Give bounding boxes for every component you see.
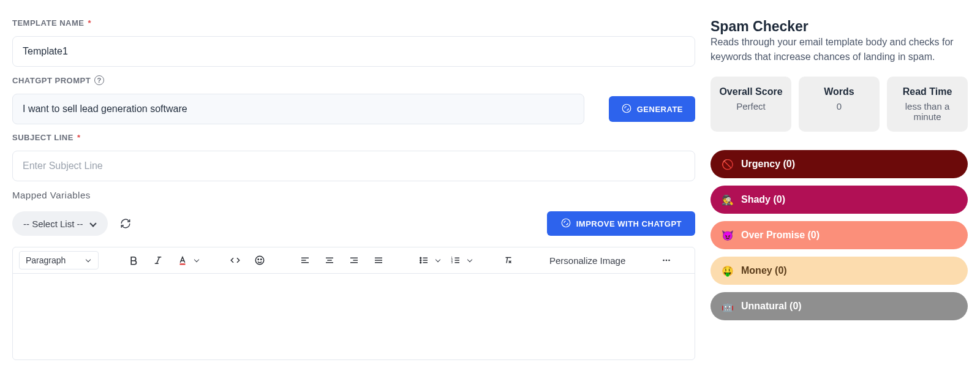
svg-point-0: [622, 104, 631, 113]
align-justify-button[interactable]: [368, 251, 389, 269]
emoji-button[interactable]: [249, 251, 270, 269]
spam-categories: 🚫Urgency (0)🕵️Shady (0)😈Over Promise (0)…: [710, 150, 968, 320]
mapped-vars-select[interactable]: -- Select List --: [12, 211, 108, 236]
rich-text-editor: Paragraph: [12, 247, 695, 360]
spam-metrics: Overall Score Perfect Words 0 Read Time …: [710, 77, 968, 132]
svg-text:3: 3: [451, 261, 453, 264]
improve-label: IMPROVE WITH CHATGPT: [576, 219, 682, 228]
label-text: Mapped Variables: [12, 190, 91, 200]
mapped-vars-label: Mapped Variables: [12, 190, 695, 200]
ordered-list-button[interactable]: 123: [445, 251, 473, 269]
category-label: Shady (0): [741, 194, 785, 205]
spam-category-row[interactable]: 🤑Money (0): [710, 257, 968, 285]
bold-button[interactable]: [123, 251, 144, 269]
chatgpt-prompt-label: CHATGPT PROMPT ?: [12, 75, 695, 85]
metric-words: Words 0: [799, 77, 880, 132]
spam-category-row[interactable]: 🚫Urgency (0): [710, 150, 968, 178]
metric-label: Words: [804, 86, 875, 97]
chevron-down-icon: [194, 257, 200, 263]
block-format-select[interactable]: Paragraph: [19, 251, 99, 269]
align-center-button[interactable]: [319, 251, 340, 269]
svg-point-24: [420, 262, 421, 263]
category-label: Unnatural (0): [741, 301, 802, 312]
svg-point-7: [255, 256, 264, 265]
code-button[interactable]: [225, 251, 246, 269]
svg-point-23: [420, 260, 421, 261]
generate-label: GENERATE: [637, 105, 683, 114]
align-right-button[interactable]: [344, 251, 364, 269]
svg-point-34: [663, 260, 665, 262]
category-icon: 🚫: [722, 158, 734, 170]
svg-point-8: [258, 259, 259, 260]
subject-line-input[interactable]: [12, 151, 695, 181]
bullet-list-icon: [413, 251, 434, 269]
italic-button[interactable]: [148, 251, 168, 269]
metric-value: Perfect: [715, 101, 786, 111]
svg-rect-6: [180, 263, 186, 265]
label-text: CHATGPT PROMPT: [12, 76, 91, 85]
improve-with-chatgpt-button[interactable]: IMPROVE WITH CHATGPT: [547, 211, 695, 236]
svg-point-35: [666, 260, 668, 262]
select-label: -- Select List --: [23, 219, 83, 229]
chevron-down-icon: [467, 257, 473, 263]
svg-point-36: [668, 260, 670, 262]
label-text: SUBJECT LINE: [12, 133, 74, 142]
chevron-down-icon: [86, 257, 92, 263]
template-name-label: TEMPLATE NAME *: [12, 18, 695, 28]
generate-button[interactable]: GENERATE: [609, 96, 695, 122]
category-icon: 😈: [722, 229, 734, 241]
refresh-button[interactable]: [120, 218, 131, 229]
spam-category-row[interactable]: 🤖Unnatural (0): [710, 292, 968, 320]
personalize-image-button[interactable]: Personalize Image: [543, 251, 631, 269]
editor-toolbar: Paragraph: [13, 247, 695, 274]
category-label: Over Promise (0): [741, 230, 820, 241]
svg-point-22: [420, 257, 421, 258]
svg-line-2: [157, 257, 160, 264]
ordered-list-icon: 123: [445, 251, 466, 269]
category-label: Money (0): [741, 265, 787, 276]
label-text: TEMPLATE NAME: [12, 18, 84, 28]
ai-icon: [560, 217, 571, 230]
metric-label: Overall Score: [715, 86, 786, 97]
text-color-icon: [172, 251, 193, 269]
align-left-button[interactable]: [295, 251, 315, 269]
spam-checker-title: Spam Checker: [710, 18, 968, 35]
category-label: Urgency (0): [741, 159, 795, 170]
metric-read-time: Read Time less than a minute: [887, 77, 968, 132]
metric-overall-score: Overall Score Perfect: [710, 77, 791, 132]
clear-format-button[interactable]: [498, 251, 519, 269]
svg-point-1: [562, 219, 570, 227]
spam-checker-description: Reads through your email template body a…: [710, 35, 968, 64]
editor-body[interactable]: [13, 274, 695, 359]
category-icon: 🤑: [722, 265, 734, 277]
spam-category-row[interactable]: 🕵️Shady (0): [710, 186, 968, 214]
metric-value: less than a minute: [892, 101, 963, 122]
category-icon: 🕵️: [722, 194, 734, 206]
subject-line-label: SUBJECT LINE *: [12, 133, 695, 142]
metric-label: Read Time: [892, 86, 963, 97]
category-icon: 🤖: [722, 300, 734, 312]
chevron-down-icon: [435, 257, 442, 263]
metric-value: 0: [804, 101, 875, 111]
template-name-input[interactable]: [12, 36, 695, 67]
svg-point-9: [261, 259, 262, 260]
chatgpt-prompt-input[interactable]: [12, 94, 584, 124]
more-button[interactable]: [656, 251, 677, 269]
bullet-list-button[interactable]: [413, 251, 442, 269]
help-icon[interactable]: ?: [94, 75, 104, 85]
required-indicator: *: [77, 133, 81, 142]
required-indicator: *: [88, 18, 91, 28]
text-color-button[interactable]: [172, 251, 200, 269]
spam-category-row[interactable]: 😈Over Promise (0): [710, 221, 968, 249]
ai-icon: [621, 103, 632, 116]
chevron-down-icon: [89, 220, 97, 227]
block-format-label: Paragraph: [26, 255, 66, 265]
